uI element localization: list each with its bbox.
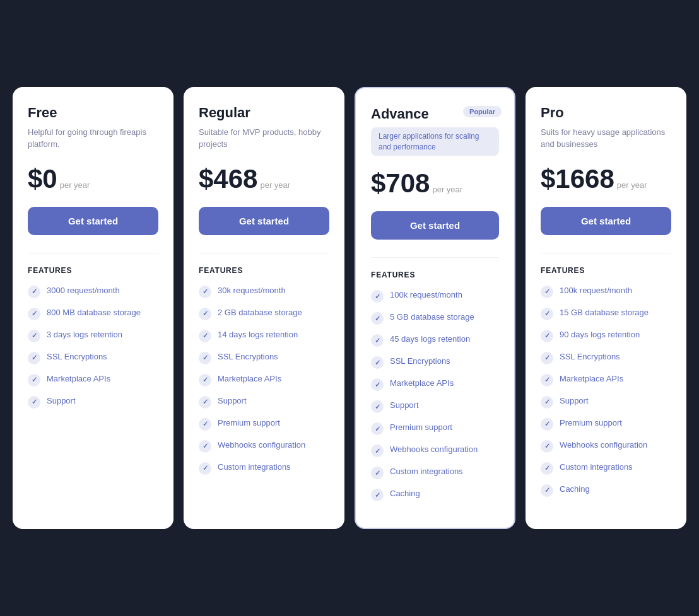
get-started-button-free[interactable]: Get started (28, 207, 158, 235)
get-started-button-regular[interactable]: Get started (199, 207, 329, 235)
feature-text: Premium support (560, 417, 622, 429)
feature-text: Custom integrations (390, 466, 463, 477)
feature-item: 100k request/month (541, 285, 671, 298)
feature-text: Webhooks configuration (218, 439, 305, 451)
feature-text: 100k request/month (560, 285, 632, 296)
feature-text: 5 GB database storage (390, 311, 474, 323)
check-icon (371, 290, 384, 303)
check-icon (371, 467, 384, 479)
feature-text: Premium support (218, 417, 280, 429)
feature-text: Webhooks configuration (560, 439, 647, 451)
feature-text: Webhooks configuration (390, 444, 478, 455)
feature-item: Support (28, 395, 158, 409)
check-icon (199, 440, 211, 453)
check-icon (541, 308, 553, 320)
feature-text: Marketplace APIs (560, 373, 623, 385)
feature-item: 90 days logs retention (541, 329, 671, 342)
feature-item: Support (541, 395, 671, 409)
check-icon (28, 308, 40, 320)
features-label: FEATURES (371, 270, 499, 279)
divider (28, 253, 158, 253)
price-period: per year (432, 185, 462, 194)
check-icon (541, 418, 553, 431)
plan-description-badge: Larger applications for scaling and perf… (371, 127, 499, 156)
check-icon (199, 352, 211, 364)
price-period: per year (260, 180, 290, 190)
feature-text: 3000 request/month (47, 285, 120, 296)
plan-description-regular: Suitable for MVP products, hobby project… (199, 126, 329, 151)
plan-name-free: Free (28, 105, 158, 121)
check-icon (371, 378, 384, 391)
check-icon (28, 396, 40, 409)
check-icon (199, 396, 211, 409)
check-icon (541, 396, 553, 409)
feature-item: SSL Encryptions (541, 351, 671, 364)
feature-item: Premium support (199, 417, 329, 431)
price-amount: $708 (371, 168, 430, 199)
check-icon (541, 462, 553, 475)
check-icon (28, 374, 40, 386)
feature-item: Premium support (541, 417, 671, 431)
feature-item: Webhooks configuration (541, 439, 671, 453)
feature-item: Marketplace APIs (371, 378, 499, 391)
feature-item: Custom integrations (199, 462, 329, 475)
price-row: $1668per year (541, 164, 671, 194)
check-icon (371, 422, 384, 435)
divider (371, 257, 499, 258)
check-icon (371, 334, 384, 347)
feature-text: Caching (390, 488, 420, 499)
check-icon (371, 400, 384, 413)
feature-text: Support (47, 395, 76, 407)
plan-description-pro: Suits for heavy usage applications and b… (541, 126, 671, 151)
feature-item: SSL Encryptions (199, 351, 329, 364)
plan-description-free: Helpful for going through fireapis platf… (28, 126, 158, 151)
check-icon (28, 352, 40, 364)
check-icon (199, 308, 211, 320)
check-icon (541, 484, 553, 497)
check-icon (199, 374, 211, 386)
check-icon (199, 462, 211, 475)
features-label: FEATURES (541, 266, 671, 275)
check-icon (371, 489, 384, 501)
popular-badge: Popular (463, 106, 502, 117)
price-amount: $468 (199, 164, 257, 194)
feature-text: Caching (560, 484, 590, 495)
pricing-grid: FreeHelpful for going through fireapis p… (13, 87, 686, 530)
get-started-button-advance[interactable]: Get started (371, 211, 499, 240)
check-icon (371, 312, 384, 325)
feature-item: Custom integrations (371, 466, 499, 479)
get-started-button-pro[interactable]: Get started (541, 207, 671, 235)
divider (541, 253, 671, 253)
price-amount: $0 (28, 164, 57, 194)
feature-text: 45 days logs retention (390, 334, 470, 345)
feature-item: Caching (371, 488, 499, 501)
check-icon (371, 445, 384, 457)
check-icon (541, 330, 553, 342)
feature-item: Premium support (371, 422, 499, 435)
price-amount: $1668 (541, 164, 614, 194)
feature-item: Marketplace APIs (28, 373, 158, 386)
check-icon (199, 286, 211, 298)
features-label: FEATURES (199, 266, 329, 275)
check-icon (371, 356, 384, 369)
feature-text: 15 GB database storage (560, 307, 649, 318)
feature-text: Premium support (390, 422, 452, 433)
feature-item: 45 days logs retention (371, 334, 499, 347)
feature-text: Support (560, 395, 589, 407)
feature-text: Custom integrations (560, 462, 633, 473)
price-period: per year (617, 180, 647, 190)
feature-text: SSL Encryptions (390, 356, 450, 367)
plan-name-regular: Regular (199, 105, 329, 121)
feature-item: 100k request/month (371, 289, 499, 303)
price-row: $468per year (199, 164, 329, 194)
feature-item: 800 MB database storage (28, 307, 158, 320)
divider (199, 253, 329, 253)
feature-item: Support (371, 400, 499, 413)
price-row: $708per year (371, 168, 499, 199)
feature-text: 30k request/month (218, 285, 286, 296)
plan-name-pro: Pro (541, 105, 671, 121)
feature-text: Custom integrations (218, 462, 291, 473)
check-icon (199, 330, 211, 342)
feature-item: Webhooks configuration (199, 439, 329, 453)
feature-item: 3000 request/month (28, 285, 158, 298)
